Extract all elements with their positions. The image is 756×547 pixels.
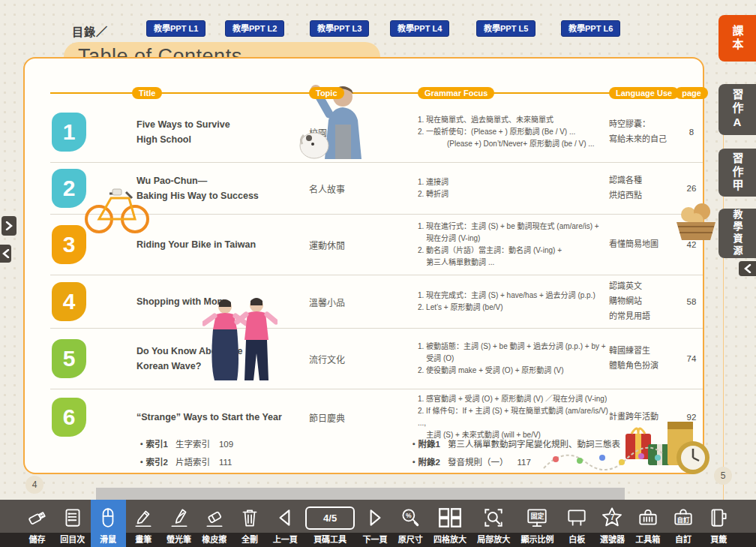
unit-page: 74 xyxy=(680,354,703,363)
unit-language-use: 認識英文 購物網站 的常見用語 xyxy=(609,279,680,323)
region-zoom-icon xyxy=(482,504,505,531)
next-page-button[interactable]: 下一頁 xyxy=(357,500,392,547)
unit-number-badge: 1 xyxy=(52,113,86,152)
unit-number-badge: 3 xyxy=(52,225,86,264)
original-size-button[interactable]: % 原尺寸 xyxy=(393,500,428,547)
back-to-toc-button[interactable]: 回目次 xyxy=(55,500,90,547)
page-tabs-button[interactable]: 頁籤 xyxy=(701,500,736,547)
bottom-toolbar: 儲存 回目次 滑鼠 畫筆 螢光筆 xyxy=(0,500,756,547)
mouse-icon xyxy=(97,504,119,531)
table-row-unit4[interactable]: 4 Shopping with Mom 溫馨小品 1. 現在完成式：主詞 (S)… xyxy=(50,275,703,328)
printed-page-number-left: 4 xyxy=(26,476,44,494)
unit-page: 58 xyxy=(680,297,703,306)
unit-title: Shopping with Mom xyxy=(136,294,309,309)
side-tab-textbook[interactable]: 課本 xyxy=(718,15,756,62)
side-tab-workbook-a[interactable]: 習作A xyxy=(718,84,756,135)
whiteboard-icon xyxy=(566,504,588,531)
four-grid-icon xyxy=(437,504,463,531)
unit-topic: 流行文化 xyxy=(309,353,418,365)
collapse-side-tabs-button[interactable] xyxy=(739,261,756,276)
region-zoom-button[interactable]: 局部放大 xyxy=(472,500,515,547)
table-row-unit6[interactable]: 6 “Strange” Ways to Start the Year 節日慶典 … xyxy=(50,389,703,445)
unit-page: 8 xyxy=(680,128,703,137)
table-row-unit3[interactable]: 3 Riding Your Bike in Taiwan 運動休閒 1. 現在進… xyxy=(50,214,703,275)
zoom-percent-icon: % xyxy=(399,504,422,531)
unit-topic: 運動休閒 xyxy=(309,239,418,251)
star-number-icon: 7 xyxy=(600,504,624,531)
pen-tool-button[interactable]: 畫筆 xyxy=(126,500,161,547)
eraser-icon xyxy=(203,504,226,531)
toolbox-button[interactable]: 工具箱 xyxy=(630,500,665,547)
table-row-unit1[interactable]: 1 Five Ways to Survive High School 校園生活 … xyxy=(50,102,703,162)
highlighter-tool-button[interactable]: 螢光筆 xyxy=(161,500,196,547)
unit-topic: 溫馨小品 xyxy=(309,296,418,308)
toc-rows: 1 Five Ways to Survive High School 校園生活 … xyxy=(50,102,703,445)
triangle-right-icon xyxy=(364,504,386,531)
custom-case-icon: 自訂 xyxy=(672,504,694,531)
four-grid-zoom-button[interactable]: 四格放大 xyxy=(428,500,472,547)
unit-language-use: 看懂簡易地圖 xyxy=(609,237,680,252)
table-row-unit5[interactable]: 5 Do You Know About the Korean Wave? 流行文… xyxy=(50,328,703,389)
index-entry: ・索引1生字索引109 xyxy=(137,437,233,449)
tab-ppt-l5[interactable]: 教學PPT L5 xyxy=(476,20,536,37)
eraser-tool-button[interactable]: 橡皮擦 xyxy=(196,500,232,547)
side-tab-workbook-jia[interactable]: 習作甲 xyxy=(718,149,756,197)
usb-save-icon xyxy=(26,504,49,531)
column-header-topic: Topic xyxy=(309,87,344,99)
appendix-entry: ・附錄2發音規則（一）117 xyxy=(410,455,643,467)
unit-title: Do You Know About the Korean Wave? xyxy=(136,344,309,374)
delete-all-button[interactable]: 全刪 xyxy=(232,500,268,547)
unit-page: 42 xyxy=(680,240,703,249)
unit-language-use: 計畫跨年活動 xyxy=(609,410,680,425)
unit-language-use: 韓國練習生 體驗角色扮演 xyxy=(609,344,680,374)
appendix-entry: ・附錄1第三人稱單數動詞字尾變化規則、動詞三態表112 xyxy=(410,437,643,449)
tab-ppt-l4[interactable]: 教學PPT L4 xyxy=(390,20,449,37)
trash-icon xyxy=(238,504,261,531)
page-indicator-value[interactable]: 4/5 xyxy=(305,506,355,530)
page-indicator: 4/5 xyxy=(305,504,355,531)
ebook-reader: { "header": { "breadcrumb": "目錄／", "titl… xyxy=(0,0,756,547)
collapse-left-panel-button[interactable] xyxy=(0,245,11,263)
unit-number-badge: 4 xyxy=(52,282,86,321)
save-button[interactable]: 儲存 xyxy=(20,500,55,547)
pencil-icon xyxy=(132,504,154,531)
unit-grammar: 1. 連接詞 2. 轉折詞 xyxy=(418,176,609,200)
expand-left-panel-button[interactable] xyxy=(2,216,16,236)
tab-ppt-l6[interactable]: 教學PPT L6 xyxy=(561,20,620,37)
index-entry: ・索引2片語索引111 xyxy=(137,455,233,467)
unit-grammar: 1. 現在完成式：主詞 (S) + have/has + 過去分詞 (p.p.)… xyxy=(418,290,609,314)
mouse-tool-button[interactable]: 滑鼠 xyxy=(91,500,126,547)
unit-topic: 節日慶典 xyxy=(309,411,418,424)
breadcrumb: 目錄／ xyxy=(72,23,108,39)
tab-ppt-l1[interactable]: 教學PPT L1 xyxy=(146,20,206,37)
tab-ppt-l2[interactable]: 教學PPT L2 xyxy=(225,20,284,37)
unit-number-badge: 5 xyxy=(52,339,86,378)
table-row-unit2[interactable]: 2 Wu Pao-Chun— Baking His Way to Success… xyxy=(50,162,703,214)
unit-grammar: 1. 感官動詞 + 受詞 (O) + 原形動詞 (V) ／現在分詞 (V-ing… xyxy=(418,393,609,441)
tab-ppt-l3[interactable]: 教學PPT L3 xyxy=(310,20,369,37)
column-header-page: page xyxy=(675,87,708,99)
unit-topic: 名人故事 xyxy=(309,182,418,195)
unit-title: Riding Your Bike in Taiwan xyxy=(136,237,309,252)
display-ratio-button[interactable]: 固定 顯示比例 xyxy=(515,500,559,547)
chevron-left-icon xyxy=(2,249,10,258)
unit-language-use: 時空膠囊： 寫給未來的自己 xyxy=(609,117,680,147)
chevron-right-icon xyxy=(5,221,13,230)
book-page: Title Topic Grammar Focus Language Use p… xyxy=(23,57,704,474)
triangle-left-icon xyxy=(274,504,296,531)
page-number-tool[interactable]: 4/5 頁碼工具 xyxy=(303,500,357,547)
bookmark-book-icon xyxy=(707,504,730,531)
column-header-title: Title xyxy=(132,87,162,99)
previous-page-button[interactable]: 上一頁 xyxy=(268,500,303,547)
whiteboard-button[interactable]: 白板 xyxy=(560,500,595,547)
unit-page: 92 xyxy=(680,413,703,422)
unit-page: 26 xyxy=(680,184,703,193)
side-tab-teaching-resources[interactable]: 教學資源 xyxy=(718,209,756,258)
custom-toolbox-button[interactable]: 自訂 自訂 xyxy=(666,500,701,547)
horizontal-scrollbar[interactable] xyxy=(96,488,625,500)
number-picker-button[interactable]: 7 選號器 xyxy=(595,500,630,547)
toc-header-row: Title Topic Grammar Focus Language Use p… xyxy=(50,86,703,101)
unit-grammar: 1. 現在簡單式、過去簡單式、未來簡單式 2. 一般祈使句：(Please + … xyxy=(418,114,609,150)
svg-text:%: % xyxy=(406,512,412,519)
toolbox-icon xyxy=(637,504,659,531)
